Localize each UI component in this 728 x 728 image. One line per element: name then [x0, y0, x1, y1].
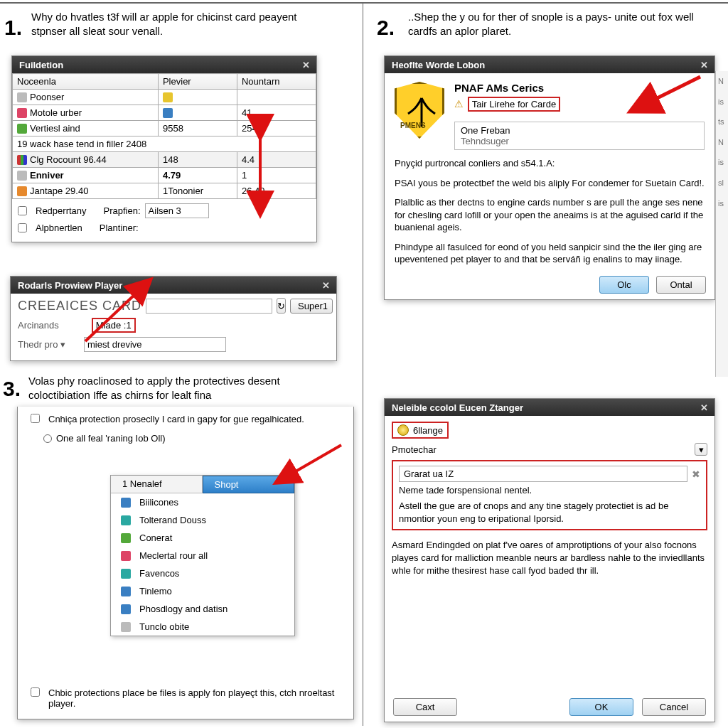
- menu-item-icon: [121, 498, 131, 508]
- menu-tab-left[interactable]: 1 Nenalef: [111, 476, 203, 493]
- opt-check[interactable]: [18, 223, 27, 232]
- alert-para: Phindype all fasulced for eond of you he…: [395, 241, 705, 266]
- warning-icon: ⚠: [454, 98, 464, 109]
- zanger-titlebar[interactable]: Neleible ccolol Eucen Ztanger ✕: [385, 399, 714, 416]
- zanger-row[interactable]: Pmotechar: [392, 444, 690, 455]
- zanger-title: Neleible ccolol Eucen Ztanger: [392, 402, 523, 413]
- preview-title: Rodarls Prowiew Player: [18, 280, 122, 291]
- menu-item-label: Tolterand Douss: [139, 515, 206, 525]
- caxt-button[interactable]: Caxt: [393, 698, 457, 716]
- top-rule: [0, 2, 728, 4]
- z-line: Neme tade forspensional nentel.: [399, 485, 700, 496]
- step-2-number: 2.: [377, 16, 395, 40]
- coin-icon: [397, 424, 409, 436]
- shield-label: PMENS: [400, 122, 426, 129]
- alert-para: PSAI yous be protectbef the weld bis ali…: [395, 177, 705, 190]
- menu-item-icon: [121, 587, 131, 596]
- protection-label: Cnhiça protection proseclly I card in ga…: [48, 414, 304, 424]
- table-row[interactable]: Motole urber 41: [13, 105, 316, 121]
- radio-label: One all feal 'raning Iob Oll): [56, 433, 166, 444]
- olc-button[interactable]: Olc: [599, 276, 649, 294]
- cell: Poonser: [30, 92, 64, 102]
- expand-icon[interactable]: ▾: [695, 443, 707, 456]
- cell: 41: [237, 105, 316, 121]
- col-0[interactable]: Noceenla: [13, 74, 159, 90]
- menu-item-label: Meclertal rour all: [139, 550, 208, 561]
- row-icon: [17, 92, 27, 102]
- opt-row: Redperrtany Prapfien:: [18, 203, 311, 218]
- close-icon[interactable]: ✕: [697, 401, 710, 414]
- field-input[interactable]: [84, 337, 226, 352]
- z-line: Astell the gue are of cnops and any tine…: [399, 500, 700, 525]
- step-1-number: 1.: [4, 16, 22, 40]
- menu-item[interactable]: Favencos: [111, 564, 294, 582]
- zanger-row[interactable]: 6llange: [413, 425, 443, 436]
- cell: Enniver: [30, 170, 64, 181]
- table-row[interactable]: 19 wack hase tend in filler 2408: [13, 136, 316, 152]
- preview-titlebar[interactable]: Rodarls Prowiew Player ✕: [11, 277, 336, 294]
- sub-line: Tehndsuger: [461, 136, 698, 146]
- cell: 2544: [237, 121, 316, 136]
- close-icon[interactable]: ✕: [299, 58, 312, 71]
- menu-item[interactable]: Tunclo obite: [111, 618, 294, 636]
- alert-dialog: Heoflte Worde Lobon ✕ PMENS PNAF AMs Cer…: [384, 55, 715, 300]
- table-row[interactable]: Enniver 4.79 1: [13, 168, 316, 183]
- menu-item-icon: [121, 622, 131, 632]
- protection-checkbox[interactable]: [31, 414, 40, 423]
- cell: Jantape 29.40: [30, 186, 88, 196]
- opt-label: Redperrtany: [36, 205, 87, 216]
- step-1-text: Why do hvatles t3f will ar apple for chi…: [31, 10, 301, 38]
- opt-field: Plantiner:: [100, 223, 139, 233]
- grarat-input[interactable]: [399, 466, 687, 482]
- fuildetion-titlebar[interactable]: Fuildetion ✕: [12, 56, 316, 73]
- col-1[interactable]: Plevier: [158, 74, 237, 90]
- menu-item[interactable]: Tinlemo: [111, 582, 294, 600]
- clear-icon[interactable]: ✖: [692, 469, 700, 480]
- step-3-text: Volas phy roaclinosed to apply the prote…: [28, 374, 334, 402]
- menu-item-label: Conerat: [139, 532, 172, 543]
- zanger-dialog: Neleible ccolol Eucen Ztanger ✕ 6llange …: [384, 398, 715, 722]
- context-menu: 1 Nenalef Shopt BiiliconesTolterand Dous…: [110, 475, 295, 636]
- menu-item[interactable]: Phosdlogy and datisn: [111, 600, 294, 618]
- col-2[interactable]: Nountarn: [237, 74, 316, 90]
- cancel-button[interactable]: Cancel: [642, 698, 706, 716]
- table-row[interactable]: Poonser: [13, 90, 316, 105]
- alert-subtitle: Tair Lirehe for Carde: [468, 97, 561, 112]
- menu-item[interactable]: Conerat: [111, 529, 294, 547]
- table-row[interactable]: Jantape 29.40 1Tononier 26.49: [13, 183, 316, 199]
- menu-item[interactable]: Meclertal rour all: [111, 547, 294, 564]
- alert-heading: PNAF AMs Cerics: [454, 82, 705, 94]
- preview-search-input[interactable]: [146, 299, 272, 314]
- bottom-checkbox[interactable]: [31, 687, 40, 697]
- step-2-text: ..Shep the y ou for ther of snople is a …: [408, 10, 707, 38]
- shield-icon: [395, 82, 444, 139]
- menu-item[interactable]: Biilicones: [111, 493, 294, 511]
- ok-button[interactable]: OK: [569, 698, 633, 716]
- menu-item-icon: [121, 515, 131, 525]
- cell: 4.4: [237, 152, 316, 168]
- menu-tab-shopt[interactable]: Shopt: [203, 476, 295, 493]
- radio-icon[interactable]: [43, 434, 52, 443]
- row-icon: [17, 186, 27, 196]
- ontal-button[interactable]: Ontal: [656, 276, 706, 294]
- menu-item-icon: [121, 604, 131, 614]
- alert-titlebar[interactable]: Heoflte Worde Lobon ✕: [385, 56, 714, 73]
- menu-item-label: Tunclo obite: [139, 621, 189, 632]
- menu-item[interactable]: Tolterand Douss: [111, 511, 294, 529]
- table-row[interactable]: Clg Rocount 96.44 148 4.4: [13, 152, 316, 168]
- refresh-icon[interactable]: ↻: [277, 298, 286, 314]
- field-label[interactable]: Thedr pro ▾: [18, 339, 65, 350]
- fuildetion-dialog: Fuildetion ✕ Noceenla Plevier Nountarn P…: [11, 55, 317, 242]
- cell: Vertiesl aind: [30, 123, 80, 134]
- super-button[interactable]: Super1: [290, 299, 333, 314]
- alert-para: Plalblic as ther dectns to engine cards …: [395, 196, 705, 234]
- menu-item-label: Phosdlogy and datisn: [139, 604, 228, 614]
- row-icon: [163, 108, 173, 118]
- opt-input[interactable]: [145, 203, 209, 218]
- cell: 1: [237, 168, 316, 183]
- close-icon[interactable]: ✕: [697, 58, 710, 71]
- table-row[interactable]: Vertiesl aind 9558 2544: [13, 121, 316, 136]
- close-icon[interactable]: ✕: [319, 279, 332, 291]
- opt-check[interactable]: [18, 206, 27, 215]
- cell: 4.79: [163, 170, 181, 181]
